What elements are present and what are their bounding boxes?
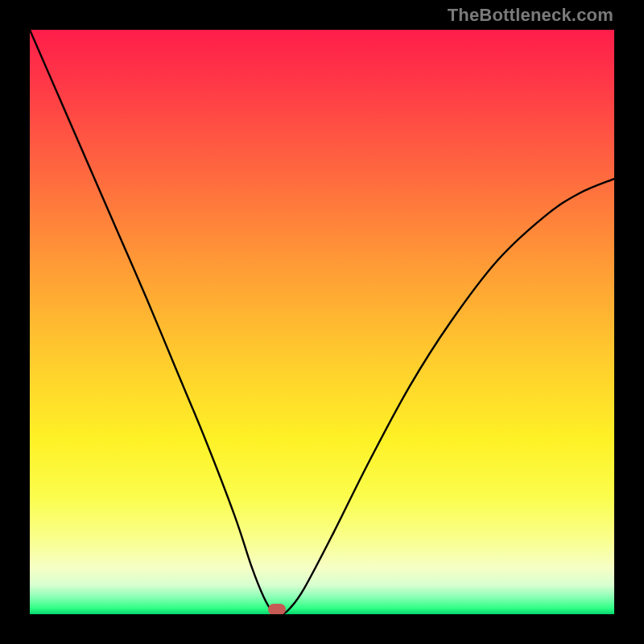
optimum-marker [268, 604, 286, 614]
chart-frame: TheBottleneck.com [0, 0, 644, 644]
bottleneck-curve [30, 30, 614, 614]
watermark-text: TheBottleneck.com [448, 5, 613, 26]
plot-area [30, 30, 614, 614]
